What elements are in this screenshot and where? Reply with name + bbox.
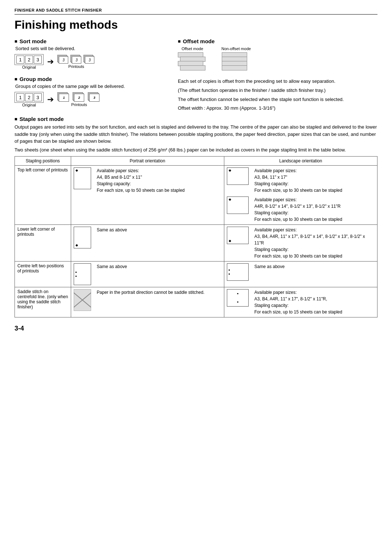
- offset-mode-title: Offset mode: [178, 38, 377, 44]
- sort-arrow: ➔: [47, 57, 54, 66]
- group-set-3: 3 3 3: [88, 92, 101, 102]
- page-title: Finishing methods: [15, 18, 377, 32]
- sort-diagram: 1 2 3 Original ➔ 1 2 3: [15, 54, 167, 69]
- stack-item-1: 1 2 3: [57, 55, 69, 64]
- sort-mode-title: Sort mode: [15, 38, 167, 44]
- table-row: Top left corner of printouts Available p…: [15, 166, 377, 225]
- num-box-1: 1: [16, 56, 24, 64]
- group-set-2: 2 2 2: [73, 92, 86, 102]
- sort-printouts: 1 2 3 1 2 3 1 2: [57, 55, 95, 69]
- paper-portrait-cl: [74, 263, 91, 285]
- sort-printouts-label: Printouts: [68, 64, 84, 69]
- staple-intro2: Two sheets (one sheet when using the sad…: [15, 146, 377, 154]
- landscape-cell-2: Available paper sizes: A3, B4, A4R, 11" …: [224, 225, 377, 262]
- group-printout-stack: 1 1 1 2 2 2 3 3: [57, 92, 101, 102]
- group-set-1: 1 1 1: [57, 92, 70, 102]
- table-row: Lower left corner of printouts Same as a…: [15, 225, 377, 262]
- col-header-portrait: Portrait orientation: [71, 157, 224, 166]
- landscape-text-1b: Available paper sizes: A4R, 8-1/2" x 14"…: [254, 197, 375, 223]
- table-header-row: Stapling positions Portrait orientation …: [15, 157, 377, 166]
- group-printouts: 1 1 1 2 2 2 3 3: [57, 92, 101, 107]
- position-cell-1: Top left corner of printouts: [15, 166, 71, 225]
- paper-landscape-cl: [227, 263, 249, 281]
- landscape-text-1a: Available paper sizes: A3, B4, 11" x 17"…: [254, 167, 375, 194]
- non-offset-mode-label: Non-offset mode: [221, 46, 251, 51]
- group-mode-title: Group mode: [15, 76, 167, 82]
- group-printouts-label: Printouts: [71, 102, 87, 107]
- offset-desc4: Offset width : Approx. 30 mm (Approx. 1-…: [178, 105, 377, 112]
- x-mark-container: [74, 289, 91, 311]
- staple-sort-title: Staple sort mode: [15, 116, 377, 122]
- portrait-text-3: Same as above: [97, 263, 221, 270]
- offset-mode-item: Offset mode: [178, 46, 207, 74]
- group-arrow: ➔: [47, 95, 54, 104]
- group-diagram: 1 2 3 Original ➔ 1 1 1: [15, 92, 167, 107]
- sort-original-label: Original: [22, 65, 36, 69]
- offset-stack-staggered: [178, 52, 207, 74]
- offset-desc1: Each set of copies is offset from the pr…: [178, 78, 377, 85]
- group-original-label: Original: [22, 103, 36, 107]
- header-title: FINISHER AND SADDLE STITCH FINISHER: [15, 8, 102, 12]
- staple-table: Stapling positions Portrait orientation …: [15, 156, 377, 317]
- paper-landscape-saddle: [227, 289, 249, 307]
- sort-printout-stack: 1 2 3 1 2 3 1 2: [57, 55, 95, 64]
- portrait-cell-1: Available paper sizes: A4, B5 and 8-1/2"…: [71, 166, 224, 225]
- sort-mode-section: Sort mode Sorted sets will be delivered.…: [15, 38, 167, 69]
- portrait-text-4: Paper in the portrait direction cannot b…: [97, 289, 221, 296]
- table-row: Saddle stitch on centrefold line. (only …: [15, 287, 377, 317]
- sort-num-boxes: 1 2 3: [15, 54, 44, 65]
- portrait-cell-3: Same as above: [71, 262, 224, 287]
- offset-mode-section: Offset mode Offset mode Non-offset mode: [178, 38, 377, 112]
- group-num-boxes: 1 2 3: [15, 92, 44, 103]
- staple-intro1: Output pages are sorted into sets by the…: [15, 123, 377, 145]
- non-offset-mode-item: Non-offset mode: [221, 46, 251, 74]
- group-mode-section: Group mode Groups of copies of the same …: [15, 76, 167, 107]
- offset-diagrams: Offset mode Non-offset mode: [178, 46, 377, 74]
- num-box-3: 3: [34, 56, 42, 64]
- right-col: Offset mode Offset mode Non-offset mode: [178, 38, 377, 112]
- landscape-text-2: Available paper sizes: A3, B4, A4R, 11" …: [254, 227, 375, 259]
- col-header-landscape: Landscape orientation: [224, 157, 377, 166]
- stack-item-3: 1 2 3: [83, 55, 95, 64]
- staple-sort-section: Staple sort mode Output pages are sorted…: [15, 116, 377, 317]
- offset-mode-label: Offset mode: [181, 46, 203, 51]
- left-col: Sort mode Sorted sets will be delivered.…: [15, 38, 167, 112]
- offset-descriptions: Each set of copies is offset from the pr…: [178, 78, 377, 112]
- table-row: Centre left two positions of printouts S…: [15, 262, 377, 287]
- sort-mode-desc: Sorted sets will be delivered.: [15, 46, 167, 51]
- offset-desc3: The offset function cannot be selected w…: [178, 96, 377, 104]
- landscape-text-4: Available paper sizes: A3, B4, A4R, 11" …: [254, 289, 375, 315]
- paper-landscape-tl-1: [227, 167, 249, 185]
- portrait-cell-4: Paper in the portrait direction cannot b…: [71, 287, 224, 317]
- landscape-cell-4: Available paper sizes: A3, B4, A4R, 11" …: [224, 287, 377, 317]
- portrait-text-2: Same as above: [97, 227, 221, 233]
- num-box-2: 2: [25, 56, 33, 64]
- sort-original: 1 2 3 Original: [15, 54, 44, 69]
- position-cell-2: Lower left corner of printouts: [15, 225, 71, 262]
- group-mode-desc: Groups of copies of the same page will b…: [15, 84, 167, 89]
- page-number: 3-4: [15, 325, 377, 332]
- landscape-text-3: Same as above: [254, 263, 375, 270]
- position-cell-4: Saddle stitch on centrefold line. (only …: [15, 287, 71, 317]
- paper-portrait-bl: [74, 227, 91, 248]
- stack-item-2: 1 2 3: [70, 55, 82, 64]
- landscape-cell-1: Available paper sizes: A3, B4, 11" x 17"…: [224, 166, 377, 225]
- paper-landscape-tl-2: [227, 197, 249, 214]
- landscape-cell-3: Same as above: [224, 262, 377, 287]
- paper-portrait-tl: [74, 167, 91, 189]
- offset-desc2: (The offset function operates in the fin…: [178, 87, 377, 94]
- portrait-cell-2: Same as above: [71, 225, 224, 262]
- col-header-position: Stapling positions: [15, 157, 71, 166]
- group-original: 1 2 3 Original: [15, 92, 44, 107]
- paper-landscape-bl: [227, 227, 249, 244]
- page: FINISHER AND SADDLE STITCH FINISHER Fini…: [0, 0, 392, 555]
- offset-stack-aligned: [222, 52, 251, 74]
- header-bar: FINISHER AND SADDLE STITCH FINISHER: [15, 7, 377, 15]
- portrait-text-1: Available paper sizes: A4, B5 and 8-1/2"…: [97, 167, 221, 194]
- top-two-col: Sort mode Sorted sets will be delivered.…: [15, 38, 377, 112]
- position-cell-3: Centre left two positions of printouts: [15, 262, 71, 287]
